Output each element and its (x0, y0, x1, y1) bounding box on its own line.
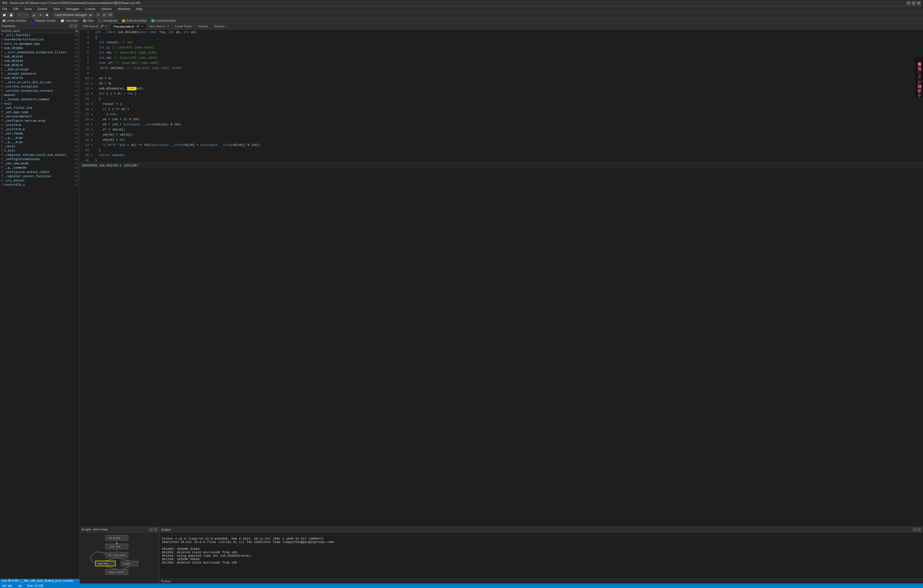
line-number: 16 (81, 107, 89, 112)
function-list-item[interactable]: f __scrt_is_ucrt_dll_in_use .te (0, 80, 79, 85)
tab-hex-close[interactable]: ✕ (167, 25, 169, 28)
function-segment: .te (70, 132, 78, 135)
function-list-item[interactable]: f _initterm .te (0, 123, 79, 127)
function-segment: .te (70, 47, 78, 50)
function-list-item[interactable]: f _setusermatherr .te (0, 115, 79, 119)
python-label: Python (161, 580, 171, 583)
line-number: 10 (81, 76, 89, 81)
code-line: 11● v5 = 0; (80, 81, 923, 86)
tab-imports[interactable]: Imports (195, 23, 211, 30)
function-list-item[interactable]: f _set_fmode .te (0, 131, 79, 136)
function-list-item[interactable]: f exit .te (0, 102, 79, 106)
toolbar-asm[interactable]: A (102, 13, 107, 18)
function-list-item[interactable]: f __p___argc .te (0, 136, 79, 140)
function-list-item[interactable]: f __SEH_prolog4 .te (0, 67, 79, 72)
functions-close-btn[interactable]: ✕ (74, 24, 78, 28)
toolbar-sep-4 (94, 13, 95, 17)
status-up: Up (18, 584, 21, 588)
menu-item-lumina[interactable]: Lumina (84, 7, 96, 11)
function-list-item[interactable]: f c_exit .te (0, 149, 79, 153)
function-list-item[interactable]: f _initialize_onexit_table .te (0, 170, 79, 174)
tab-ida-view-a[interactable]: IDA View-A 📌 ✕ (80, 23, 110, 30)
menu-item-search[interactable]: Search (36, 7, 49, 11)
line-number: 3 (81, 40, 89, 45)
function-list-item[interactable]: f _scrt_fastfail .te (0, 33, 79, 38)
menu-item-file[interactable]: File (1, 7, 8, 11)
function-list-item[interactable]: f controlfp_s .te (0, 183, 79, 187)
function-list-item[interactable]: f memset .te (0, 93, 79, 97)
function-list-item[interactable]: f _initterm_e .te (0, 127, 79, 131)
tab-pseudocode-a[interactable]: Pseudocode-A 📌 ✕ (110, 23, 146, 30)
function-icon: f (1, 51, 3, 54)
function-list-item[interactable]: f _crt_atexit .te (0, 179, 79, 183)
function-list-item[interactable]: f _seh_filter_exe .te (0, 106, 79, 110)
function-name: __except_handler4 (4, 72, 70, 76)
function-list-item[interactable]: f _set_new_mode .te (0, 161, 79, 166)
menu-item-options[interactable]: Options (100, 7, 113, 11)
function-list-item[interactable]: f sub_951E44 .te (0, 59, 79, 63)
graph-float-btn[interactable]: ⬡ (149, 527, 153, 532)
line-number: 8 (81, 66, 89, 71)
output-float-btn[interactable]: ⬡ (913, 527, 917, 532)
function-list-item[interactable]: f _register_onexit_function .te (0, 174, 79, 179)
function-list-item[interactable]: f _configthreadlocale .te (0, 157, 79, 161)
function-list-item[interactable]: f __scrt_unhandled_exception_filter(x) .… (0, 51, 79, 55)
code-line: 6 int v6; // [esp+14h] [ebp-10Ch] (80, 55, 923, 61)
function-list-item[interactable]: f __except_handler4_common .te (0, 97, 79, 102)
code-content: result = i; (95, 102, 922, 107)
toolbar-open[interactable]: 📁 (1, 13, 7, 18)
function-list-item[interactable]: f sub_951F24 .te (0, 76, 79, 80)
menu-item-debugger[interactable]: Debugger (64, 7, 80, 11)
minimize-button[interactable]: ─ (907, 1, 910, 5)
toolbar-stop[interactable]: ⏹ (44, 13, 50, 18)
tab-local-types[interactable]: Local Types (172, 23, 195, 30)
close-button[interactable]: ✕ (917, 1, 921, 5)
output-close-btn[interactable]: ✕ (917, 527, 921, 532)
function-list-item[interactable]: f _register_thread_local_exe_atexit_c...… (0, 153, 79, 157)
output-header: Output ⬡ ✕ (159, 527, 923, 532)
function-list-item[interactable]: f sub_951E42 .te (0, 55, 79, 59)
function-icon: f (1, 80, 3, 84)
function-name: c_exit (4, 149, 70, 153)
function-segment: .te (70, 179, 78, 182)
tab-ida-close[interactable]: ✕ (105, 25, 107, 28)
function-segment: .te (70, 141, 78, 144)
function-segment: .te (70, 107, 78, 110)
function-list-item[interactable]: f UserMathErrorFunction .te (0, 38, 79, 42)
function-icon: f (1, 85, 3, 88)
function-list-item[interactable]: f sub_951DE0 .te (0, 46, 79, 51)
function-list-item[interactable]: f _current_exception .te (0, 85, 79, 89)
toolbar-decompile[interactable]: F5 (107, 13, 113, 18)
menu-item-view[interactable]: View (52, 7, 61, 11)
function-list-item[interactable]: f __p__commode .te (0, 166, 79, 170)
graph-close-btn[interactable]: ✕ (154, 527, 158, 532)
restore-button[interactable]: □ (912, 1, 916, 5)
function-list-item[interactable]: f _configure_narrow_argv .te (0, 119, 79, 123)
function-list-item[interactable]: f scrt_is_managed_app .te (0, 42, 79, 46)
tab-pseudo-close[interactable]: ✕ (141, 25, 143, 28)
function-segment: .te (70, 119, 78, 123)
menu-item-windows[interactable]: Windows (116, 7, 131, 11)
code-content: sub_9510A0(a1, (int)v8); (95, 86, 922, 91)
function-list-item[interactable]: f __p___argv .te (0, 140, 79, 145)
function-list-item[interactable]: f _set_app_type .te (0, 110, 79, 115)
code-line: 20● v7 = v8[v6]; (80, 127, 923, 132)
toolbar-hex[interactable]: C (96, 13, 101, 18)
menu-item-jump[interactable]: Jump (23, 7, 33, 11)
toolbar-pause[interactable]: ⏸ (38, 13, 44, 18)
toolbar-run[interactable]: ▶ (31, 13, 37, 18)
toolbar-save[interactable]: 💾 (8, 13, 14, 18)
toolbar-back[interactable]: ← (17, 13, 23, 18)
tab-hex-view-1[interactable]: Hex View-1 ✕ (146, 23, 172, 30)
tab-exports[interactable]: Exports (211, 23, 228, 30)
function-list-item[interactable]: f _cexit .te (0, 145, 79, 149)
menu-item-help[interactable]: Help (135, 7, 144, 11)
function-list-item[interactable]: f _current_exception_context .te (0, 89, 79, 93)
function-list-item[interactable]: f sub_951E76 .te (0, 63, 79, 67)
menu-item-edit[interactable]: Edit (12, 7, 20, 11)
function-list-item[interactable]: f __except_handler4 .te (0, 72, 79, 76)
toolbar-forward[interactable]: → (23, 13, 29, 18)
function-icon: f (1, 145, 3, 148)
functions-float-btn[interactable]: ⬡ (69, 24, 73, 28)
debugger-select[interactable]: Local Windows debugger (53, 13, 93, 18)
